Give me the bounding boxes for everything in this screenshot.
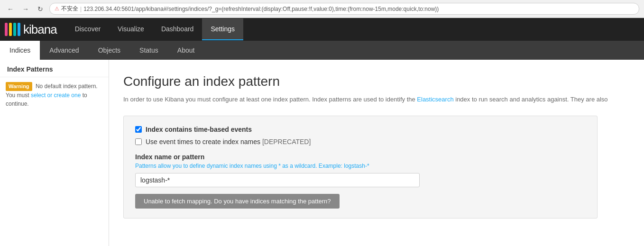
security-icon: ⚠ — [55, 6, 59, 12]
subnav-advanced[interactable]: Advanced — [40, 41, 88, 60]
field-section: Index name or pattern Patterns allow you… — [135, 153, 586, 209]
checkbox2-label[interactable]: Use event times to create index names [D… — [146, 138, 311, 146]
select-link[interactable]: select or create one — [31, 92, 81, 99]
url-text: 123.206.34.40:5601/app/kibana#/settings/… — [83, 6, 439, 12]
nav-discover[interactable]: Discover — [66, 18, 109, 40]
reload-button[interactable]: ↻ — [35, 4, 46, 14]
logo-bar-4 — [18, 23, 20, 36]
subnav-status[interactable]: Status — [130, 41, 168, 60]
field-label: Index name or pattern — [135, 153, 586, 161]
subnav-about[interactable]: About — [168, 41, 204, 60]
nav-dashboard[interactable]: Dashboard — [153, 18, 202, 40]
forward-button[interactable]: → — [20, 4, 31, 14]
subnav-objects[interactable]: Objects — [89, 41, 130, 60]
logo-bar-1 — [5, 23, 8, 36]
back-button[interactable]: ← — [5, 4, 16, 14]
index-pattern-input[interactable] — [135, 173, 420, 187]
deprecated-tag: [DEPRECATED] — [260, 138, 311, 146]
kibana-nav: Discover Visualize Dashboard Settings — [66, 18, 243, 40]
settings-subnav: Indices Advanced Objects Status About — [0, 41, 644, 60]
event-times-checkbox[interactable] — [135, 138, 142, 145]
nav-settings[interactable]: Settings — [202, 18, 243, 40]
sidebar: Index Patterns Warning No default index … — [0, 60, 109, 246]
security-label: 不安全 — [61, 5, 78, 13]
page-description: In order to use Kibana you must configur… — [123, 95, 630, 104]
main-layout: Index Patterns Warning No default index … — [0, 60, 644, 246]
kibana-logo: kibana — [5, 22, 57, 37]
subnav-indices[interactable]: Indices — [0, 41, 40, 60]
content-area: Configure an index pattern In order to u… — [109, 60, 644, 246]
url-bar[interactable]: ⚠ 不安全 | 123.206.34.40:5601/app/kibana#/s… — [49, 3, 639, 15]
logo-text: kibana — [23, 22, 57, 37]
warning-banner: Warning No default index pattern. You mu… — [6, 82, 103, 108]
browser-chrome: ← → ↻ ⚠ 不安全 | 123.206.34.40:5601/app/kib… — [0, 0, 644, 18]
field-hint: Patterns allow you to define dynamic ind… — [135, 163, 586, 169]
logo-bars — [5, 23, 20, 36]
checkbox1-label[interactable]: Index contains time-based events — [146, 126, 252, 133]
logo-bar-2 — [9, 23, 12, 36]
checkbox-row-2: Use event times to create index names [D… — [135, 138, 586, 146]
logo-bar-3 — [13, 23, 16, 36]
kibana-header: kibana Discover Visualize Dashboard Sett… — [0, 18, 644, 41]
checkbox2-label-text: Use event times to create index names — [146, 138, 260, 146]
warning-badge: Warning — [6, 82, 32, 91]
time-based-checkbox[interactable] — [135, 126, 142, 133]
page-title: Configure an index pattern — [123, 74, 630, 89]
checkbox-row-1: Index contains time-based events — [135, 126, 586, 133]
elasticsearch-link[interactable]: Elasticsearch — [417, 96, 453, 103]
nav-visualize[interactable]: Visualize — [109, 18, 153, 40]
fetch-mapping-button[interactable]: Unable to fetch mapping. Do you have ind… — [135, 194, 340, 209]
form-section: Index contains time-based events Use eve… — [123, 116, 598, 219]
